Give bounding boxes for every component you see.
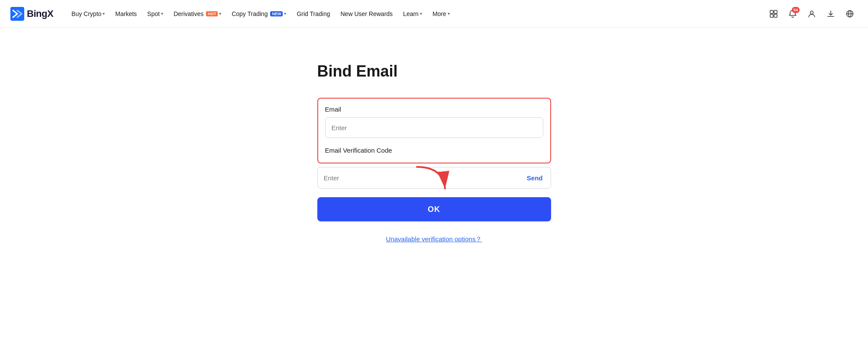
layout-icon xyxy=(769,10,778,18)
email-highlight-box: Email Email Verification Code xyxy=(317,98,551,163)
verification-code-label: Email Verification Code xyxy=(325,147,543,154)
nav-item-copy-trading[interactable]: Copy Trading NEW ▾ xyxy=(227,7,290,21)
new-badge: NEW xyxy=(270,11,283,16)
svg-point-5 xyxy=(810,11,813,14)
nav-item-derivatives[interactable]: Derivatives HOT ▾ xyxy=(169,7,226,21)
globe-icon xyxy=(845,10,854,18)
hot-badge: HOT xyxy=(206,11,218,16)
logo-icon xyxy=(10,7,24,21)
nav-item-new-user-rewards[interactable]: New User Rewards xyxy=(336,7,397,21)
chevron-down-icon: ▾ xyxy=(219,11,221,16)
email-input[interactable] xyxy=(325,117,543,138)
notification-count: 54 xyxy=(792,7,800,13)
user-icon xyxy=(807,10,816,18)
chevron-down-icon: ▾ xyxy=(284,11,286,16)
download-icon xyxy=(826,10,835,18)
layout-icon-button[interactable] xyxy=(766,6,781,22)
chevron-down-icon: ▾ xyxy=(420,11,422,16)
user-profile-button[interactable] xyxy=(804,6,820,22)
language-button[interactable] xyxy=(842,6,858,22)
main-content: Bind Email Email Email Verification Code… xyxy=(0,28,868,243)
verification-section: Send xyxy=(317,167,551,189)
nav-item-learn[interactable]: Learn ▾ xyxy=(399,7,426,21)
download-button[interactable] xyxy=(823,6,839,22)
page-title: Bind Email xyxy=(317,62,398,80)
chevron-down-icon: ▾ xyxy=(448,11,450,16)
bind-email-form: Email Email Verification Code Send xyxy=(317,98,551,243)
nav-item-spot[interactable]: Spot ▾ xyxy=(143,7,168,21)
ok-button[interactable]: OK xyxy=(317,197,551,221)
logo[interactable]: BingX xyxy=(10,7,53,21)
nav-item-grid-trading[interactable]: Grid Trading xyxy=(292,7,334,21)
logo-text: BingX xyxy=(27,8,53,19)
navbar: BingX Buy Crypto ▾ Markets Spot ▾ Deriva… xyxy=(0,0,868,28)
nav-links: Buy Crypto ▾ Markets Spot ▾ Derivatives … xyxy=(67,7,766,21)
verification-input-row: Send xyxy=(317,167,551,189)
send-code-button[interactable]: Send xyxy=(519,167,551,188)
svg-rect-3 xyxy=(770,14,773,17)
nav-item-more[interactable]: More ▾ xyxy=(428,7,454,21)
verification-code-input[interactable] xyxy=(318,167,519,188)
unavailable-verification-link[interactable]: Unavailable verification options？ xyxy=(317,235,551,243)
svg-rect-4 xyxy=(774,14,777,17)
nav-item-markets[interactable]: Markets xyxy=(111,7,141,21)
nav-item-buy-crypto[interactable]: Buy Crypto ▾ xyxy=(67,7,109,21)
email-label: Email xyxy=(325,106,543,113)
chevron-down-icon: ▾ xyxy=(103,11,105,16)
nav-icons: 54 xyxy=(766,6,858,22)
notification-button[interactable]: 54 xyxy=(785,6,800,22)
svg-rect-1 xyxy=(770,10,773,13)
chevron-down-icon: ▾ xyxy=(161,11,163,16)
svg-rect-2 xyxy=(774,10,777,13)
